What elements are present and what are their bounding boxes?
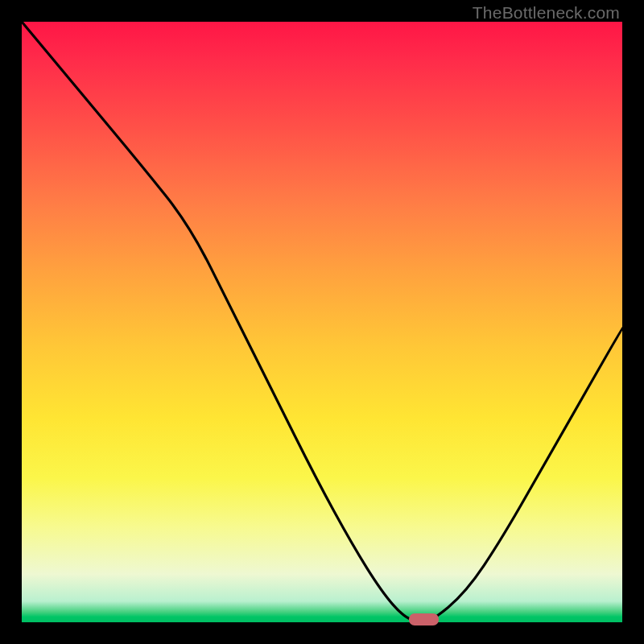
watermark-text: TheBottleneck.com bbox=[473, 3, 620, 23]
line-plot bbox=[22, 22, 622, 622]
chart-frame: TheBottleneck.com bbox=[0, 0, 644, 644]
plot-area bbox=[22, 22, 622, 622]
optimal-marker bbox=[409, 613, 439, 625]
bottleneck-curve-path bbox=[22, 22, 622, 622]
